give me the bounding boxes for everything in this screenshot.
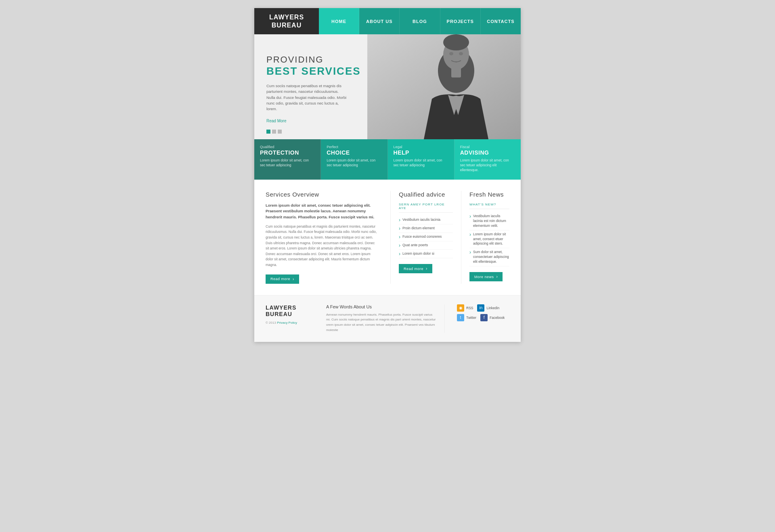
- footer: LAWYERS BUREAU © 2013 Privacy Policy A F…: [254, 295, 521, 342]
- svg-point-4: [449, 52, 453, 55]
- feature-label-2: Legal: [394, 145, 448, 149]
- svg-point-5: [459, 52, 463, 55]
- feature-desc-1: Lorem ipsum dolor sit amet, con sec tetu…: [327, 158, 381, 168]
- features-section: Qualified PROTECTION Lorem ipsum dolor s…: [254, 139, 521, 180]
- qualified-column: Qualified advice SERN AMEY PORT LROE AYE…: [391, 191, 461, 284]
- dot-3[interactable]: [278, 130, 282, 134]
- logo-line1: LAWYERS: [269, 14, 304, 21]
- qualified-read-more-button[interactable]: Read more ›: [399, 264, 432, 273]
- social-linkedin[interactable]: in Linkedin: [477, 304, 499, 312]
- hero-content: PROVIDING BEST SERVICES Cum sociis natoq…: [266, 54, 388, 124]
- arrow-icon: ›: [293, 277, 294, 281]
- social-row-bottom: t Twitter f Facebook: [457, 314, 509, 321]
- nav-projects[interactable]: PROJECTS: [440, 8, 481, 34]
- footer-logo: LAWYERS BUREAU © 2013 Privacy Policy: [266, 304, 318, 333]
- footer-about-title: A Few Words About Us: [326, 304, 436, 309]
- list-item: Fusce euismod consreres: [399, 233, 453, 241]
- social-twitter[interactable]: t Twitter: [457, 314, 476, 321]
- news-title: Fresh News: [469, 191, 509, 198]
- hero-read-more-link[interactable]: Read More: [266, 119, 286, 123]
- services-body: Cum sociis natoque penatibus et magnis d…: [266, 224, 378, 268]
- qualified-title: Qualified advice: [399, 191, 453, 198]
- footer-logo-line2: BUREAU: [266, 311, 292, 317]
- footer-copyright: © 2013 Privacy Policy: [266, 321, 318, 325]
- facebook-icon: f: [480, 314, 488, 321]
- list-item: Proin dictum element: [399, 224, 453, 233]
- services-intro: Lorem ipsum dolor sit amet, consec tetue…: [266, 203, 378, 220]
- feature-title-3: ADVISING: [460, 149, 515, 156]
- linkedin-icon: in: [477, 304, 484, 312]
- more-news-button[interactable]: More news ›: [469, 272, 503, 281]
- logo-text: LAWYERS BUREAU: [269, 13, 304, 29]
- footer-about-text: Aenean nonummy hendrerit mauris. Phasell…: [326, 312, 436, 333]
- footer-about: A Few Words About Us Aenean nonummy hend…: [326, 304, 445, 333]
- arrow-icon: ›: [496, 274, 498, 279]
- logo-line2: BUREAU: [272, 22, 302, 29]
- nav-about[interactable]: ABOUT US: [359, 8, 400, 34]
- twitter-label: Twitter: [466, 316, 476, 320]
- feature-label-0: Qualified: [260, 145, 315, 149]
- social-rss[interactable]: ◉ RSS: [457, 304, 473, 312]
- list-item: Quat ante poerts: [399, 241, 453, 250]
- footer-logo-text: LAWYERS BUREAU: [266, 304, 318, 318]
- feature-label-3: Fiscal: [460, 145, 515, 149]
- rss-label: RSS: [466, 306, 473, 310]
- news-item: Lorem ipsum dolor sit amet, consect etue…: [469, 230, 509, 249]
- dot-1[interactable]: [266, 130, 270, 134]
- hero-dots: [266, 130, 282, 134]
- news-column: Fresh News WHAT'S NEW? Vestibulum iaculi…: [461, 191, 509, 284]
- linkedin-label: Linkedin: [486, 306, 499, 310]
- hero-image: [367, 34, 521, 139]
- feature-desc-2: Lorem ipsum dolor sit amet, con sec tetu…: [394, 158, 448, 168]
- hero-title-top: PROVIDING: [266, 54, 388, 65]
- arrow-icon: ›: [426, 266, 427, 271]
- list-item: Lorem ipsum dolor si: [399, 250, 453, 258]
- logo-area: LAWYERS BUREAU: [254, 8, 319, 34]
- nav-blog[interactable]: BLOG: [400, 8, 440, 34]
- main-nav: HOME ABOUT US BLOG PROJECTS CONTACTS: [319, 8, 521, 34]
- main-content: Services Overview Lorem ipsum dolor sit …: [254, 180, 521, 295]
- footer-social: ◉ RSS in Linkedin t Twitter f Facebook: [453, 304, 509, 333]
- feature-title-2: HELP: [394, 149, 448, 156]
- feature-help: Legal HELP Lorem ipsum dolor sit amet, c…: [388, 139, 455, 180]
- footer-logo-line1: LAWYERS: [266, 304, 296, 311]
- feature-title-1: CHOICE: [327, 149, 381, 156]
- news-list: Vestibulum iaculis lacinia est roin dict…: [469, 212, 509, 266]
- nav-contacts[interactable]: CONTACTS: [481, 8, 521, 34]
- social-row-top: ◉ RSS in Linkedin: [457, 304, 509, 312]
- page-wrapper: LAWYERS BUREAU HOME ABOUT US BLOG PROJEC…: [254, 8, 521, 342]
- privacy-policy-link[interactable]: Privacy Policy: [277, 321, 297, 325]
- services-column: Services Overview Lorem ipsum dolor sit …: [266, 191, 391, 284]
- qualified-subtitle: SERN AMEY PORT LROE AYE: [399, 203, 453, 213]
- rss-icon: ◉: [457, 304, 464, 312]
- facebook-label: Facebook: [490, 316, 505, 320]
- news-item: Vestibulum iaculis lacinia est roin dict…: [469, 212, 509, 230]
- feature-desc-3: Lorem ipsum dolor sit amet, con sec tetu…: [460, 158, 515, 173]
- twitter-icon: t: [457, 314, 464, 321]
- feature-desc-0: Lorem ipsum dolor sit amet, con sec tetu…: [260, 158, 315, 168]
- services-title: Services Overview: [266, 191, 378, 198]
- svg-point-3: [443, 34, 469, 50]
- social-facebook[interactable]: f Facebook: [480, 314, 505, 321]
- feature-label-1: Perfect: [327, 145, 381, 149]
- hero-section: PROVIDING BEST SERVICES Cum sociis natoq…: [254, 34, 521, 139]
- hero-title-bottom: BEST SERVICES: [266, 65, 388, 77]
- dot-2[interactable]: [272, 130, 276, 134]
- feature-title-0: PROTECTION: [260, 149, 315, 156]
- svg-rect-6: [451, 67, 461, 77]
- copyright-year: © 2013: [266, 321, 276, 325]
- nav-home[interactable]: HOME: [319, 8, 359, 34]
- feature-advising: Fiscal ADVISING Lorem ipsum dolor sit am…: [455, 139, 521, 180]
- services-read-more-button[interactable]: Read more ›: [266, 274, 299, 284]
- services-read-more-label: Read more: [270, 277, 290, 281]
- list-item: Vestibulum iaculis lacinia: [399, 216, 453, 224]
- more-news-label: More news: [474, 275, 494, 279]
- hero-description: Cum sociis natoque penatibus et magnis d…: [266, 83, 347, 112]
- news-item: Sum dolor sit amet, consectetuer adipisc…: [469, 248, 509, 266]
- qualified-read-more-label: Read more: [404, 267, 423, 271]
- qualified-list: Vestibulum iaculis lacinia Proin dictum …: [399, 216, 453, 258]
- feature-protection: Qualified PROTECTION Lorem ipsum dolor s…: [254, 139, 321, 180]
- news-subtitle: WHAT'S NEW?: [469, 203, 509, 209]
- feature-choice: Perfect CHOICE Lorem ipsum dolor sit ame…: [321, 139, 388, 180]
- header: LAWYERS BUREAU HOME ABOUT US BLOG PROJEC…: [254, 8, 521, 34]
